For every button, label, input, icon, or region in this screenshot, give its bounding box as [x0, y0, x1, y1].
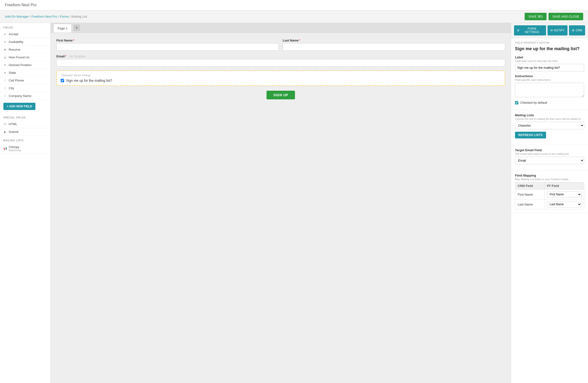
sidebar-item-accept[interactable]: ✔ Accept — [0, 30, 50, 38]
text-icon: I — [3, 79, 7, 82]
field-property-title: Sign me up for the mailing list? — [515, 46, 584, 52]
form-row-names: First Name* Last Name* — [56, 39, 505, 51]
dropdown-icon: ▾ — [3, 64, 7, 67]
field-mapping-section-desc: Map Mailing List fields to your Freeform… — [515, 178, 584, 181]
right-panel-toolbar: ⚙ FORM SETTINGS ✉ NOTIFY ⚙ CRM — [511, 23, 588, 38]
email-label: Email* No Template — [56, 54, 505, 58]
top-bar: Add-On Manager / Freeform Next Pro / For… — [0, 10, 588, 23]
mailchimp-section: "Choncho" list for Chimpy Sign me up for… — [56, 70, 505, 86]
sidebar-item-company-name[interactable]: I Company Name — [0, 92, 50, 100]
form-settings-button[interactable]: ⚙ FORM SETTINGS — [514, 25, 546, 35]
html-icon: </> — [3, 123, 7, 125]
page-tab-1[interactable]: Page 1 — [54, 24, 72, 33]
last-name-label: Last Name* — [283, 39, 505, 42]
sidebar-item-label: Resume — [9, 48, 20, 51]
table-row: First Name First Name Last Name Email — [515, 190, 584, 200]
app-title: Freeform Next Pro — [5, 3, 37, 7]
sidebar-item-label: How Found Us — [9, 55, 29, 59]
sidebar-item-how-found-us[interactable]: ◎ How Found Us — [0, 54, 50, 61]
checked-by-default-checkbox[interactable] — [515, 101, 518, 104]
required-star: * — [73, 39, 74, 42]
form-field-last-name: Last Name* — [283, 39, 505, 51]
crm-button[interactable]: ⚙ CRM — [569, 25, 585, 35]
instructions-textarea[interactable] — [515, 83, 584, 97]
mapping-ff-first-name-select[interactable]: First Name Last Name Email — [547, 191, 582, 198]
instructions-section-desc: Field specific user instructions. — [515, 78, 584, 81]
instructions-section-title: Instructions — [515, 74, 584, 78]
mail-icon: ✉ — [550, 29, 553, 32]
sidebar: FIELDS ✔ Accept ✔ Availability ⊗ Resume … — [0, 23, 51, 383]
breadcrumb-freeform[interactable]: Freeform Next Pro — [32, 15, 57, 18]
app-header: Freeform Next Pro — [0, 0, 588, 10]
notify-button[interactable]: ✉ NOTIFY — [547, 25, 567, 35]
target-email-select[interactable]: Email — [515, 157, 584, 164]
mailing-list-name: Chimpy — [9, 145, 21, 149]
breadcrumb-addon-manager[interactable]: Add-On Manager — [5, 15, 29, 18]
sidebar-item-state[interactable]: ▾ State — [0, 69, 50, 77]
add-page-tab-button[interactable]: + — [74, 24, 80, 31]
form-field-first-name: First Name* — [56, 39, 279, 51]
save-close-button[interactable]: SAVE AND CLOSE — [548, 13, 583, 20]
field-mapping-section: Field Mapping Map Mailing List fields to… — [511, 170, 588, 213]
mailing-lists-section: Mailing Lists Choose the opt-in mailing … — [511, 110, 588, 145]
page-tabs: Page 1 + — [51, 23, 511, 33]
sidebar-item-label: Availability — [9, 40, 23, 44]
sidebar-item-desired-position[interactable]: ▾ Desired Position — [0, 61, 50, 69]
target-email-section-title: Target Email Field — [515, 148, 584, 152]
first-name-input[interactable] — [56, 43, 279, 51]
form-field-email: Email* No Template — [56, 54, 505, 67]
mapping-col-ff: FF Field — [544, 182, 584, 190]
radio-icon: ◎ — [3, 56, 7, 59]
mailing-list-select[interactable]: Choncho — [515, 122, 584, 129]
mapping-crm-first-name: First Name — [515, 190, 545, 200]
label-section-title: Label — [515, 55, 584, 59]
sidebar-item-label: Accept — [9, 32, 18, 36]
field-mapping-table: CRM Field FF Field First Name First Name… — [515, 182, 584, 209]
save-button[interactable]: SAVE ⌘S — [525, 13, 546, 20]
email-input[interactable] — [56, 59, 505, 67]
email-no-template: No Template — [69, 55, 85, 58]
sidebar-mailing-list-chimpy[interactable]: 📢 Chimpy MailChimp — [0, 143, 50, 154]
required-star: * — [299, 39, 300, 42]
breadcrumb-current: Mailing List — [71, 15, 87, 18]
breadcrumb-forms[interactable]: Forms — [60, 15, 69, 18]
add-new-field-button[interactable]: + ADD NEW FIELD — [3, 103, 35, 110]
sidebar-item-label: Desired Position — [9, 63, 32, 67]
mapping-ff-last-name-select[interactable]: First Name Last Name Email — [547, 201, 582, 207]
field-property-editor-title: FIELD PROPERTY EDITOR — [515, 42, 584, 44]
target-email-section: Target Email Field The email field used … — [511, 145, 588, 170]
sidebar-item-label: Submit — [9, 130, 18, 134]
canvas-area: Page 1 + First Name* Last Name* — [51, 23, 511, 383]
main-layout: FIELDS ✔ Accept ✔ Availability ⊗ Resume … — [0, 23, 588, 383]
field-property-editor: FIELD PROPERTY EDITOR Sign me up for the… — [511, 38, 588, 110]
mailing-lists-section-title: MAILING LISTS — [0, 136, 50, 143]
sidebar-item-label: HTML — [9, 122, 17, 126]
sidebar-item-resume[interactable]: ⊗ Resume — [0, 46, 50, 54]
sidebar-item-city[interactable]: I City — [0, 84, 50, 92]
breadcrumb: Add-On Manager / Freeform Next Pro / For… — [5, 15, 87, 18]
gear-icon: ⚙ — [572, 29, 574, 32]
label-section-desc: Field label used to describe the field. — [515, 60, 584, 63]
checked-by-default-label: Checked by default — [520, 101, 547, 104]
last-name-input[interactable] — [283, 43, 505, 51]
sidebar-item-availability[interactable]: ✔ Availability — [0, 38, 50, 46]
gear-icon: ⚙ — [517, 29, 520, 32]
mailing-list-checkbox-row: Sign me up for the mailing list? — [61, 79, 501, 83]
refresh-lists-button[interactable]: REFRESH LISTS — [515, 132, 546, 138]
sidebar-item-html[interactable]: </> HTML — [0, 120, 50, 128]
sidebar-item-cell-phone[interactable]: I Cell Phone — [0, 77, 50, 84]
checked-by-default-row: Checked by default — [515, 101, 584, 104]
mailing-list-checkbox[interactable] — [61, 79, 64, 82]
mailing-lists-section-desc: Choose the opt-in mailing list that user… — [515, 117, 584, 120]
signup-btn-row: SIGN UP — [56, 91, 505, 99]
table-row: Last Name First Name Last Name Email — [515, 200, 584, 209]
signup-button[interactable]: SIGN UP — [267, 91, 295, 99]
text-icon: I — [3, 94, 7, 98]
submit-icon: ▶ — [3, 130, 7, 134]
text-icon: I — [3, 86, 7, 90]
label-input[interactable] — [515, 64, 584, 71]
sidebar-item-label: City — [9, 86, 14, 90]
sidebar-item-submit[interactable]: ▶ Submit — [0, 128, 50, 136]
checkbox-icon: ✔ — [3, 40, 7, 44]
mailing-list-sub: MailChimp — [9, 149, 21, 152]
